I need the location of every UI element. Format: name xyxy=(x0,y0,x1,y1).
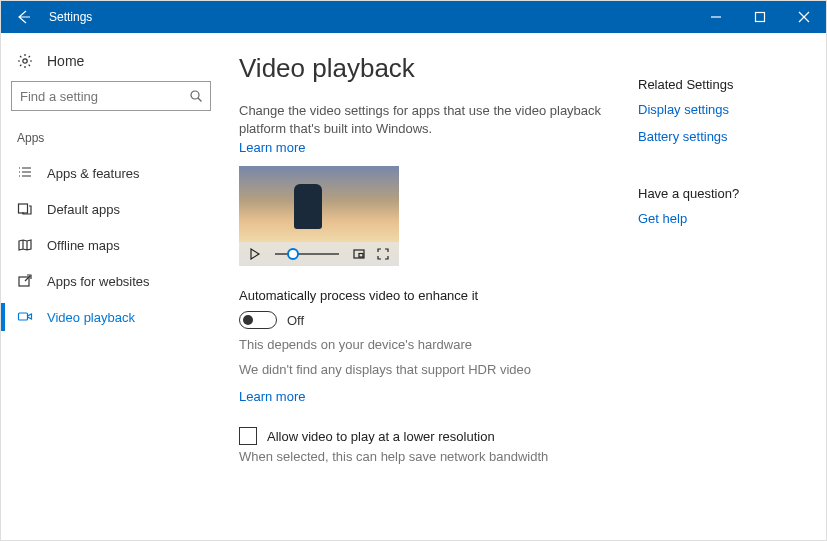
question-heading: Have a question? xyxy=(638,186,802,201)
page-description: Change the video settings for apps that … xyxy=(239,102,632,138)
sidebar-item-default-apps[interactable]: Default apps xyxy=(11,191,211,227)
gear-icon xyxy=(17,53,33,69)
sidebar-item-apps-websites[interactable]: Apps for websites xyxy=(11,263,211,299)
minimize-icon xyxy=(710,11,722,23)
video-progress[interactable] xyxy=(275,253,339,255)
get-help-link[interactable]: Get help xyxy=(638,211,802,226)
sidebar-item-offline-maps[interactable]: Offline maps xyxy=(11,227,211,263)
svg-point-2 xyxy=(191,91,199,99)
window-title: Settings xyxy=(49,10,694,24)
auto-process-toggle[interactable] xyxy=(239,311,277,329)
close-icon xyxy=(798,11,810,23)
hardware-hint: This depends on your device's hardware xyxy=(239,337,632,352)
auto-process-heading: Automatically process video to enhance i… xyxy=(239,288,632,303)
sidebar-item-label: Video playback xyxy=(47,310,135,325)
back-button[interactable] xyxy=(1,1,45,33)
arrow-left-icon xyxy=(15,9,31,25)
video-preview[interactable] xyxy=(239,166,399,266)
svg-rect-0 xyxy=(756,13,765,22)
aside-panel: Related Settings Display settings Batter… xyxy=(632,53,802,540)
lower-resolution-label: Allow video to play at a lower resolutio… xyxy=(267,429,495,444)
learn-more-link[interactable]: Learn more xyxy=(239,140,305,155)
home-button[interactable]: Home xyxy=(11,49,211,81)
lower-resolution-checkbox[interactable] xyxy=(239,427,257,445)
lower-resolution-hint: When selected, this can help save networ… xyxy=(239,449,632,464)
battery-settings-link[interactable]: Battery settings xyxy=(638,129,802,144)
sidebar: Home Apps Apps & features Default apps O… xyxy=(1,33,221,540)
svg-rect-5 xyxy=(19,313,28,320)
defaults-icon xyxy=(17,201,33,217)
main-content: Video playback Change the video settings… xyxy=(239,53,632,540)
fullscreen-icon[interactable] xyxy=(375,246,391,262)
sidebar-item-label: Default apps xyxy=(47,202,120,217)
title-bar: Settings xyxy=(1,1,826,33)
list-icon xyxy=(17,165,33,181)
sidebar-item-label: Apps for websites xyxy=(47,274,150,289)
display-settings-link[interactable]: Display settings xyxy=(638,102,802,117)
sidebar-item-apps-features[interactable]: Apps & features xyxy=(11,155,211,191)
page-title: Video playback xyxy=(239,53,632,84)
progress-thumb[interactable] xyxy=(287,248,299,260)
close-button[interactable] xyxy=(782,1,826,33)
toggle-state-label: Off xyxy=(287,313,304,328)
svg-rect-7 xyxy=(359,254,363,258)
svg-point-1 xyxy=(23,59,27,63)
svg-rect-3 xyxy=(19,204,28,213)
sidebar-item-label: Offline maps xyxy=(47,238,120,253)
sidebar-item-label: Apps & features xyxy=(47,166,140,181)
window-controls xyxy=(694,1,826,33)
video-icon xyxy=(17,309,33,325)
search-input[interactable] xyxy=(20,89,188,104)
pip-icon[interactable] xyxy=(351,246,367,262)
related-settings-heading: Related Settings xyxy=(638,77,802,92)
video-controls xyxy=(239,242,399,266)
minimize-button[interactable] xyxy=(694,1,738,33)
learn-more-hdr-link[interactable]: Learn more xyxy=(239,389,305,404)
section-label: Apps xyxy=(11,131,211,155)
map-icon xyxy=(17,237,33,253)
play-icon[interactable] xyxy=(247,246,263,262)
home-label: Home xyxy=(47,53,84,69)
preview-figure xyxy=(294,184,322,229)
maximize-icon xyxy=(754,11,766,23)
hdr-hint: We didn't find any displays that support… xyxy=(239,362,632,377)
open-external-icon xyxy=(17,273,33,289)
search-icon xyxy=(188,88,204,104)
sidebar-item-video-playback[interactable]: Video playback xyxy=(11,299,211,335)
search-box[interactable] xyxy=(11,81,211,111)
maximize-button[interactable] xyxy=(738,1,782,33)
